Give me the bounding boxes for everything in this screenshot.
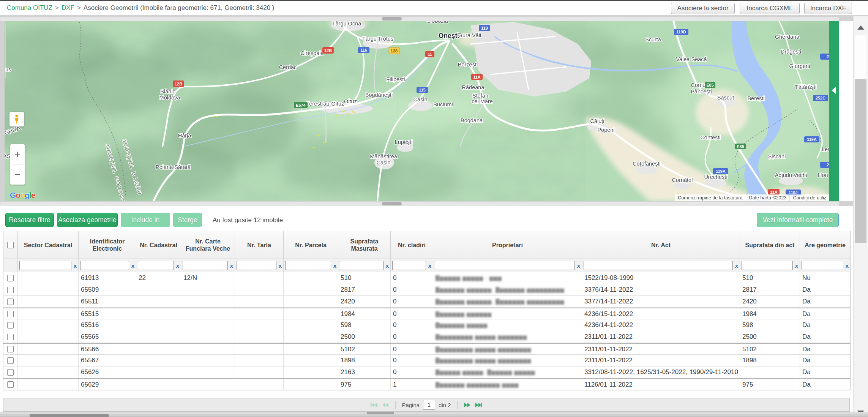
filter-input-act[interactable]	[584, 261, 733, 270]
col-header-proprietari[interactable]: Proprietari	[433, 231, 582, 259]
grid-horizontal-scrollbar[interactable]	[0, 412, 868, 414]
map-top-scrollbar-thumb[interactable]	[382, 17, 402, 21]
filter-clear-icon[interactable]: x	[333, 262, 336, 269]
col-header-are-geometrie[interactable]: Are geometrie	[800, 231, 850, 259]
asociere-la-sector-button[interactable]: Asociere la sector	[671, 3, 735, 14]
map-town-label: AS	[5, 153, 10, 159]
filter-input-cladiri[interactable]	[392, 261, 426, 270]
filter-input-sector[interactable]	[19, 261, 71, 270]
col-header-carte-funciara[interactable]: Nr. Carte Funciara Veche	[181, 231, 235, 259]
filter-input-suprafata-act[interactable]	[742, 261, 793, 270]
terms-link[interactable]: Condiții de utiliz	[789, 194, 829, 201]
map-bottom-scrollbar[interactable]	[0, 201, 839, 206]
col-header-nr-tarla[interactable]: Nr. Tarla	[235, 231, 284, 259]
pager-next-button[interactable]	[464, 403, 470, 408]
map-town-label: Bogdana	[461, 117, 483, 123]
filter-clear-icon[interactable]: x	[230, 262, 233, 269]
row-checkbox[interactable]	[7, 346, 14, 352]
col-header-identificator-electronic[interactable]: Identificator Electronic	[79, 231, 136, 259]
vezi-informatii-complete-button[interactable]: Vezi informatii complete	[757, 213, 839, 227]
filter-clear-icon[interactable]: x	[131, 262, 134, 269]
pager-first-button[interactable]	[370, 403, 379, 408]
resetare-filtre-button[interactable]: Resetare filtre	[5, 213, 54, 227]
row-checkbox[interactable]	[7, 275, 14, 281]
filter-clear-icon[interactable]: x	[74, 262, 77, 269]
filter-input-geometrie[interactable]	[802, 261, 843, 270]
vertical-scrollbar[interactable]	[853, 16, 868, 417]
table-cell: 61913	[79, 272, 136, 284]
road-badge: 252C	[816, 96, 825, 100]
zoom-in-button[interactable]: +	[10, 144, 25, 164]
incarca-dxf-button[interactable]: Incarca DXF	[804, 3, 852, 14]
row-checkbox[interactable]	[7, 369, 14, 376]
filter-input-cadastral[interactable]	[138, 261, 174, 270]
table-cell	[18, 296, 79, 307]
filter-clear-icon[interactable]: x	[279, 262, 282, 269]
filter-input-parcela[interactable]	[285, 261, 331, 270]
filter-input-carte-funciara[interactable]	[183, 261, 228, 270]
table-cell	[136, 379, 181, 390]
pager-last-button[interactable]	[474, 403, 483, 408]
filter-clear-icon[interactable]: x	[428, 262, 431, 269]
table-cell	[136, 366, 181, 378]
row-checkbox[interactable]	[7, 311, 14, 317]
col-header-suprafata-masurata[interactable]: Suprafata Masurata	[338, 231, 391, 259]
asociaza-geometrie-button[interactable]: Asociaza geometrie	[57, 213, 118, 227]
col-header-sector-cadastral[interactable]: Sector Cadastral	[18, 231, 79, 259]
filter-clear-icon[interactable]: x	[735, 262, 738, 269]
pager-prev-button[interactable]	[382, 403, 389, 408]
col-header-nr-act[interactable]: Nr. Act	[582, 231, 740, 259]
table-row: 6562621630█▆▆▆▆▆ ▆▆▆▆▆, █▆▆▆▆▆ ▆▆▆▆▆3312…	[3, 366, 850, 378]
filter-clear-icon[interactable]: x	[386, 262, 389, 269]
incarca-cgxml-button[interactable]: Incarca CGXML	[740, 3, 800, 14]
grid-horizontal-scrollbar-thumb[interactable]	[367, 412, 394, 414]
page-number-input[interactable]	[423, 400, 435, 410]
filter-input-identificator[interactable]	[80, 261, 129, 270]
row-checkbox[interactable]	[7, 357, 14, 364]
filter-clear-icon[interactable]: x	[176, 262, 179, 269]
filter-input-suprafata[interactable]	[340, 261, 383, 270]
col-header-nr-parcela[interactable]: Nr. Parcela	[284, 231, 338, 259]
row-checkbox-cell	[3, 366, 18, 378]
map-bottom-scrollbar-thumb[interactable]	[382, 202, 402, 205]
scroll-up-arrow-icon[interactable]	[857, 25, 864, 30]
row-checkbox[interactable]	[7, 287, 14, 293]
map-town-label: Buciumi	[433, 101, 453, 107]
filter-clear-icon[interactable]: x	[795, 262, 798, 269]
row-checkbox[interactable]	[7, 299, 14, 305]
pegman-control[interactable]	[9, 112, 24, 126]
row-checkbox[interactable]	[7, 381, 14, 388]
keyboard-shortcuts-link[interactable]: Comenzi rapide de la tastatură	[675, 194, 745, 201]
road-badge: 119A	[807, 137, 817, 142]
map-town-label: Tătărăști	[795, 84, 816, 90]
panel-collapse-bar[interactable]	[829, 21, 839, 201]
row-checkbox[interactable]	[7, 322, 14, 329]
vertical-scrollbar-track[interactable]	[855, 35, 866, 79]
col-header-nr-cladiri[interactable]: Nr. cladiri	[391, 231, 433, 259]
page-horizontal-scrollbar-thumb[interactable]	[30, 414, 109, 417]
zoom-out-button[interactable]: −	[10, 165, 25, 185]
table-cell: 0	[391, 355, 433, 366]
table-cell	[181, 308, 235, 319]
include-in-proiect-button[interactable]: Include in proiect	[121, 213, 170, 227]
select-all-checkbox[interactable]	[7, 242, 14, 248]
filter-input-proprietari[interactable]	[435, 261, 575, 270]
map[interactable]: Târgu Ocna Târgu Trotuș Onești Gura Văii…	[5, 21, 829, 201]
row-checkbox-cell	[3, 355, 18, 366]
col-header-suprafata-din-act[interactable]: Suprafata din act	[740, 231, 800, 259]
table-cell: Da	[800, 331, 850, 343]
row-checkbox[interactable]	[7, 334, 14, 340]
sterge-button[interactable]: Sterge	[173, 213, 202, 227]
table-cell: █▆▆▆▆▆▆▆▆ ▆▆▆▆▆ ▆▆▆▆▆▆▆▆	[433, 355, 582, 366]
page-horizontal-scrollbar[interactable]	[0, 414, 868, 417]
breadcrumb-link-dxf[interactable]: DXF	[62, 4, 74, 11]
vertical-scrollbar-thumb[interactable]	[855, 79, 866, 243]
breadcrumb-link-comuna[interactable]: Comuna OITUZ	[7, 4, 52, 11]
map-top-scrollbar[interactable]	[0, 16, 839, 21]
filter-clear-icon[interactable]: x	[577, 262, 580, 269]
col-header-nr-cadastral[interactable]: Nr. Cadastral	[136, 231, 181, 259]
road-badge: 12B	[175, 82, 182, 86]
redacted-owner-text: █▆▆▆▆▆ ▆▆▆▆▆ - ▆▆▆	[436, 275, 502, 281]
filter-input-tarla[interactable]	[237, 261, 276, 270]
filter-clear-icon[interactable]: x	[846, 262, 849, 269]
